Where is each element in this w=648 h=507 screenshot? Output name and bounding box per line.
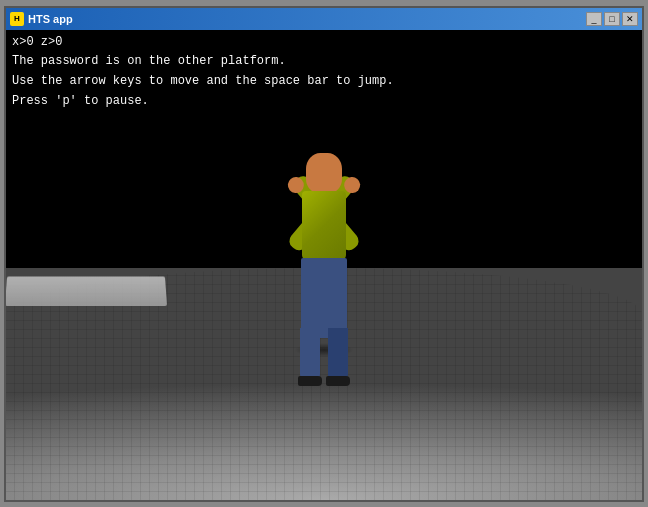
app-icon: H bbox=[10, 12, 24, 26]
message-line-3: Press 'p' to pause. bbox=[12, 92, 636, 110]
message-line-1: The password is on the other platform. bbox=[12, 52, 636, 70]
window-content: x>0 z>0 The password is on the other pla… bbox=[6, 30, 642, 500]
shoe-right bbox=[326, 376, 350, 386]
character-head bbox=[306, 153, 342, 193]
character-pants bbox=[301, 258, 347, 338]
window-title: HTS app bbox=[28, 13, 73, 25]
console-area: x>0 z>0 The password is on the other pla… bbox=[6, 30, 642, 115]
character-torso bbox=[302, 191, 346, 261]
shoe-left bbox=[298, 376, 322, 386]
message-line-2: Use the arrow keys to move and the space… bbox=[12, 72, 636, 90]
maximize-button[interactable]: □ bbox=[604, 12, 620, 26]
coordinates-display: x>0 z>0 bbox=[12, 34, 636, 51]
app-window: H HTS app _ □ ✕ x>0 z>0 The password is … bbox=[4, 6, 644, 502]
titlebar-left: H HTS app bbox=[10, 12, 73, 26]
titlebar: H HTS app _ □ ✕ bbox=[6, 8, 642, 30]
leg-right bbox=[328, 328, 348, 378]
close-button[interactable]: ✕ bbox=[622, 12, 638, 26]
left-platform bbox=[6, 276, 167, 306]
character-body bbox=[284, 153, 364, 353]
minimize-button[interactable]: _ bbox=[586, 12, 602, 26]
leg-left bbox=[300, 328, 320, 378]
window-controls: _ □ ✕ bbox=[586, 12, 638, 26]
player-character bbox=[284, 153, 364, 353]
game-viewport[interactable] bbox=[6, 114, 642, 499]
